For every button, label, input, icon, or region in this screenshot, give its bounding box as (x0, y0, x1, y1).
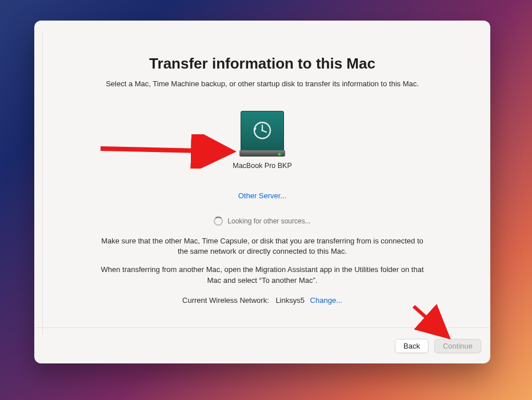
time-machine-glyph (251, 119, 274, 142)
page-title: Transfer information to this Mac (55, 55, 470, 73)
backup-source-item[interactable]: MacBook Pro BKP (233, 111, 292, 170)
time-machine-disk-icon (241, 111, 284, 158)
network-info: Current Wireless Network: Linksys5 Chang… (55, 296, 470, 305)
page-subtitle: Select a Mac, Time Machine backup, or ot… (55, 79, 470, 88)
migration-assistant-panel: Transfer information to this Mac Select … (34, 21, 490, 363)
svg-point-4 (261, 130, 263, 131)
change-network-link[interactable]: Change... (310, 296, 342, 305)
other-server-link[interactable]: Other Server... (238, 191, 287, 200)
helper-text-1: Make sure that the other Mac, Time Capsu… (97, 236, 428, 257)
looking-status: Looking for other sources... (55, 217, 470, 226)
divider (42, 31, 43, 335)
backup-source-label: MacBook Pro BKP (233, 162, 292, 170)
footer: Back Continue (34, 327, 490, 363)
network-name: Linksys5 (275, 296, 305, 305)
looking-status-text: Looking for other sources... (227, 217, 310, 225)
network-label: Current Wireless Network: (182, 296, 269, 305)
helper-text-2: When transferring from another Mac, open… (97, 265, 428, 285)
back-button[interactable]: Back (395, 339, 429, 353)
content-area: Transfer information to this Mac Select … (34, 21, 490, 327)
spinner-icon (214, 217, 223, 226)
continue-button[interactable]: Continue (434, 339, 481, 353)
